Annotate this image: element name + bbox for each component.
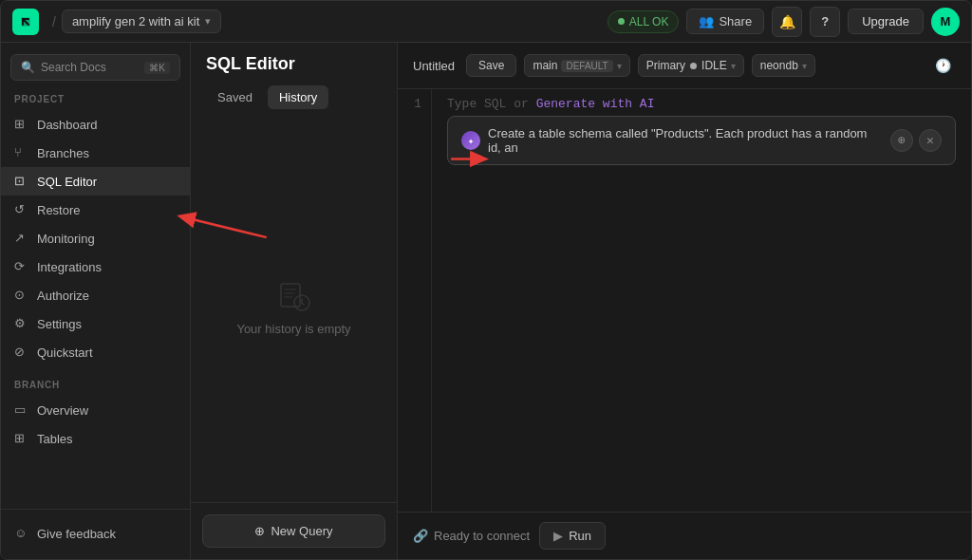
- status-bar: 🔗 Ready to connect ▶ Run: [398, 512, 971, 559]
- tab-history[interactable]: History: [268, 85, 328, 109]
- database-selector[interactable]: neondb ▾: [752, 54, 815, 77]
- branch-section-label: BRANCH: [1, 380, 190, 396]
- run-icon: ▶: [553, 529, 563, 543]
- ai-suggestion-text: Create a table schema called "Products".…: [488, 126, 883, 155]
- ai-add-button[interactable]: ⊕: [890, 129, 913, 152]
- idle-dot: [690, 63, 697, 69]
- sidebar-item-label: Overview: [37, 403, 88, 418]
- sidebar-item-label: Authorize: [37, 289, 89, 303]
- sidebar-item-label: Settings: [37, 317, 82, 331]
- new-query-label: New Query: [271, 524, 332, 538]
- db-label: neondb: [760, 59, 798, 72]
- sidebar-item-feedback[interactable]: ☺ Give feedback: [1, 519, 190, 548]
- svg-rect-1: [281, 284, 300, 307]
- restore-icon: ↺: [14, 202, 29, 217]
- history-clock-button[interactable]: 🕐: [929, 52, 956, 79]
- sidebar-item-restore[interactable]: ↺ Restore: [1, 196, 190, 224]
- generate-ai-link[interactable]: Generate with AI: [536, 97, 655, 111]
- avatar[interactable]: M: [931, 8, 960, 36]
- project-selector[interactable]: amplify gen 2 with ai kit ▾: [62, 9, 221, 33]
- sidebar-item-overview[interactable]: ▭ Overview: [1, 396, 190, 424]
- sidebar-item-branches[interactable]: ⑂ Branches: [1, 139, 190, 167]
- ai-sparkle-icon: ✦: [468, 135, 475, 147]
- bell-icon: 🔔: [779, 14, 795, 29]
- quickstart-icon: ⊘: [14, 345, 29, 360]
- sidebar-item-settings[interactable]: ⚙ Settings: [1, 309, 190, 338]
- sidebar-item-label: Give feedback: [37, 527, 116, 541]
- sidebar-item-tables[interactable]: ⊞ Tables: [1, 424, 190, 453]
- sidebar-item-label: Restore: [37, 203, 81, 217]
- sidebar-bottom: ☺ Give feedback: [1, 509, 190, 548]
- topbar: / amplify gen 2 with ai kit ▾ ALL OK 👥 S…: [1, 1, 971, 43]
- editor-body: 1 Type SQL or Generate with AI ✦ Create …: [398, 89, 971, 559]
- search-icon: 🔍: [21, 61, 35, 74]
- sidebar-item-monitoring[interactable]: ↗ Monitoring: [1, 224, 190, 252]
- panel-header: SQL Editor Saved History: [191, 43, 397, 109]
- project-chevron: ▾: [205, 15, 211, 28]
- share-icon: 👥: [699, 14, 714, 28]
- panel-title: SQL Editor: [206, 54, 382, 74]
- search-docs-button[interactable]: 🔍 Search Docs ⌘K: [10, 54, 180, 81]
- placeholder-text: Type SQL or: [447, 97, 536, 111]
- search-shortcut: ⌘K: [144, 62, 170, 74]
- empty-history-text: Your history is empty: [236, 322, 350, 336]
- ai-icon: ✦: [461, 131, 480, 150]
- topbar-separator: /: [52, 14, 56, 29]
- ai-close-button[interactable]: ✕: [919, 129, 942, 152]
- project-section-label: PROJECT: [1, 94, 190, 110]
- sidebar-item-label: Branches: [37, 146, 89, 160]
- run-button[interactable]: ▶ Run: [539, 522, 606, 550]
- primary-selector[interactable]: Primary IDLE ▾: [638, 54, 744, 77]
- ai-suggestion-box: ✦ Create a table schema called "Products…: [447, 116, 956, 165]
- code-content[interactable]: Type SQL or Generate with AI ✦ Create a …: [432, 89, 971, 512]
- primary-chevron: ▾: [731, 61, 736, 71]
- sidebar-item-label: SQL Editor: [37, 175, 97, 189]
- integrations-icon: ⟳: [14, 259, 29, 274]
- monitoring-icon: ↗: [14, 231, 29, 246]
- branch-name: main: [533, 59, 557, 72]
- new-query-button[interactable]: ⊕ New Query: [202, 514, 385, 548]
- db-chevron: ▾: [802, 61, 807, 71]
- main-layout: 🔍 Search Docs ⌘K PROJECT ⊞ Dashboard ⑂ B…: [1, 43, 971, 559]
- sidebar-item-dashboard[interactable]: ⊞ Dashboard: [1, 110, 190, 139]
- help-button[interactable]: ?: [810, 7, 840, 37]
- sidebar-item-integrations[interactable]: ⟳ Integrations: [1, 252, 190, 281]
- ready-text: Ready to connect: [434, 529, 530, 543]
- right-panel: Untitled Save main DEFAULT ▾ Primary IDL…: [398, 43, 971, 559]
- tab-saved[interactable]: Saved: [206, 85, 264, 109]
- file-name: Untitled: [413, 59, 455, 73]
- clock-icon: 🕐: [935, 58, 951, 73]
- sidebar-item-label: Dashboard: [37, 118, 98, 132]
- primary-label: Primary: [646, 59, 685, 72]
- upgrade-button[interactable]: Upgrade: [848, 9, 924, 34]
- share-label: Share: [719, 14, 752, 28]
- notifications-button[interactable]: 🔔: [772, 7, 802, 37]
- dashboard-icon: ⊞: [14, 117, 29, 132]
- line-numbers: 1: [398, 89, 432, 512]
- help-icon: ?: [821, 14, 829, 28]
- share-button[interactable]: 👥 Share: [686, 9, 764, 34]
- settings-icon: ⚙: [14, 316, 29, 331]
- ai-actions: ⊕ ✕: [890, 129, 942, 152]
- sidebar-item-authorize[interactable]: ⊙ Authorize: [1, 281, 190, 309]
- status-badge: ALL OK: [608, 10, 680, 33]
- run-label: Run: [569, 529, 591, 543]
- code-area[interactable]: 1 Type SQL or Generate with AI ✦ Create …: [398, 89, 971, 512]
- branch-badge: DEFAULT: [561, 60, 612, 72]
- project-name: amplify gen 2 with ai kit: [72, 14, 199, 28]
- primary-status: Primary IDLE: [646, 59, 727, 72]
- sidebar-item-sql-editor[interactable]: ⊡ SQL Editor: [1, 167, 190, 196]
- editor-header: Untitled Save main DEFAULT ▾ Primary IDL…: [398, 43, 971, 89]
- search-placeholder: Search Docs: [41, 61, 106, 74]
- left-panel-footer: ⊕ New Query: [191, 502, 397, 559]
- branch-selector[interactable]: main DEFAULT ▾: [524, 54, 629, 77]
- save-button[interactable]: Save: [466, 54, 516, 77]
- history-empty-state: Your history is empty: [191, 109, 397, 502]
- app-logo[interactable]: [12, 9, 39, 35]
- sidebar-item-label: Tables: [37, 432, 73, 446]
- status-label: ALL OK: [629, 15, 669, 28]
- sidebar-item-quickstart[interactable]: ⊘ Quickstart: [1, 338, 190, 366]
- sidebar-item-label: Integrations: [37, 260, 102, 274]
- authorize-icon: ⊙: [14, 288, 29, 303]
- connect-icon: 🔗: [413, 529, 428, 543]
